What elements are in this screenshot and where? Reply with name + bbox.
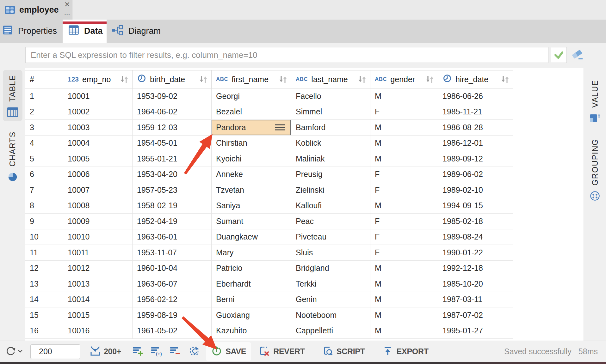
table-cell[interactable]: M bbox=[370, 151, 438, 167]
sort-icon[interactable] bbox=[425, 75, 435, 83]
table-cell[interactable]: 1985-02-18 bbox=[438, 214, 513, 229]
rail-tab-grouping[interactable]: GROUPING bbox=[585, 134, 605, 205]
tab-overflow-icon[interactable]: ... bbox=[64, 9, 70, 16]
revert-button[interactable]: REVERT bbox=[254, 342, 310, 361]
table-cell[interactable]: F bbox=[370, 167, 438, 183]
table-cell[interactable]: 10006 bbox=[63, 167, 133, 183]
tab-properties[interactable]: Properties bbox=[0, 20, 63, 43]
table-cell[interactable]: 1964-06-02 bbox=[133, 104, 212, 120]
column-header-emp-no[interactable]: 123 emp_no bbox=[63, 70, 133, 88]
table-cell[interactable]: M bbox=[370, 120, 438, 136]
table-cell[interactable]: Maliniak bbox=[291, 151, 370, 167]
export-button[interactable]: EXPORT bbox=[377, 342, 434, 361]
table-cell[interactable]: M bbox=[370, 292, 438, 308]
sort-icon[interactable] bbox=[278, 75, 288, 83]
table-cell[interactable]: 10013 bbox=[63, 276, 133, 292]
table-cell[interactable]: 1958-02-19 bbox=[133, 198, 212, 214]
table-cell[interactable]: 1986-12-01 bbox=[438, 136, 513, 151]
tab-diagram[interactable]: Diagram bbox=[107, 20, 178, 43]
rail-tab-table[interactable]: TABLE bbox=[3, 70, 22, 121]
close-tab-icon[interactable]: ✕ bbox=[64, 0, 70, 9]
table-cell[interactable]: 1987-07-02 bbox=[438, 307, 513, 323]
table-cell[interactable]: Saniya bbox=[212, 198, 291, 214]
table-cell[interactable]: M bbox=[370, 307, 438, 323]
table-cell[interactable]: 10009 bbox=[63, 214, 133, 229]
add-row-button[interactable] bbox=[132, 345, 144, 358]
table-cell[interactable]: 10003 bbox=[63, 120, 133, 136]
table-cell[interactable]: Cappelletti bbox=[291, 323, 370, 339]
save-button[interactable]: SAVE bbox=[206, 342, 251, 361]
table-cell[interactable]: M bbox=[370, 276, 438, 292]
clear-filter-button[interactable] bbox=[570, 48, 585, 62]
table-cell[interactable]: 1961-05-02 bbox=[133, 323, 212, 339]
table-cell[interactable]: 10005 bbox=[63, 151, 133, 167]
duplicate-row-button[interactable]: (+) bbox=[150, 345, 163, 358]
table-cell[interactable]: Pandora bbox=[212, 120, 291, 136]
table-cell[interactable]: Terkki bbox=[291, 276, 370, 292]
table-cell[interactable]: 10002 bbox=[63, 104, 133, 120]
table-cell[interactable]: 1986-08-28 bbox=[438, 120, 513, 136]
table-cell[interactable]: 1953-11-07 bbox=[133, 245, 212, 261]
table-cell[interactable]: 1953-04-20 bbox=[133, 167, 212, 183]
table-cell[interactable]: Simmel bbox=[291, 104, 370, 120]
table-cell[interactable]: 10004 bbox=[63, 136, 133, 151]
table-cell[interactable]: 10011 bbox=[63, 245, 133, 261]
table-cell[interactable]: Guoxiang bbox=[212, 307, 291, 323]
sort-icon[interactable] bbox=[120, 75, 129, 83]
table-cell[interactable]: 1986-06-26 bbox=[438, 88, 513, 104]
table-cell[interactable]: Georgi bbox=[212, 88, 291, 104]
fetch-more-button[interactable]: 200+ bbox=[89, 345, 121, 358]
column-header-birth-date[interactable]: birth_date bbox=[133, 70, 212, 88]
table-cell[interactable]: 1987-03-11 bbox=[438, 292, 513, 308]
sort-icon[interactable] bbox=[500, 75, 510, 83]
table-cell[interactable]: 1985-11-21 bbox=[438, 104, 513, 120]
table-cell[interactable]: Sumant bbox=[212, 214, 291, 229]
table-cell[interactable]: Bezalel bbox=[212, 104, 291, 120]
table-cell[interactable]: 1955-01-21 bbox=[133, 151, 212, 167]
table-cell[interactable]: M bbox=[370, 261, 438, 276]
table-cell[interactable]: F bbox=[370, 245, 438, 261]
apply-filter-button[interactable] bbox=[551, 47, 567, 63]
table-cell[interactable]: Chirstian bbox=[212, 136, 291, 151]
table-cell[interactable]: 1985-10-20 bbox=[438, 276, 513, 292]
table-cell[interactable]: Nooteboom bbox=[291, 307, 370, 323]
table-cell[interactable]: Sluis bbox=[291, 245, 370, 261]
table-cell[interactable]: Kyoichi bbox=[212, 151, 291, 167]
table-cell[interactable]: F bbox=[370, 214, 438, 229]
table-cell[interactable]: 1989-08-24 bbox=[438, 229, 513, 245]
table-cell[interactable]: Koblick bbox=[291, 136, 370, 151]
table-cell[interactable]: Kazuhito bbox=[212, 323, 291, 339]
table-cell[interactable]: Genin bbox=[291, 292, 370, 308]
table-cell[interactable]: M bbox=[370, 136, 438, 151]
table-cell[interactable]: 1956-02-12 bbox=[133, 292, 212, 308]
table-cell[interactable]: 1960-10-04 bbox=[133, 261, 212, 276]
table-cell[interactable]: M bbox=[370, 323, 438, 339]
table-cell[interactable]: F bbox=[370, 182, 438, 198]
table-cell[interactable]: 1989-06-02 bbox=[438, 167, 513, 183]
sort-icon[interactable] bbox=[357, 75, 367, 83]
table-cell[interactable]: Bridgland bbox=[291, 261, 370, 276]
table-cell[interactable]: 10016 bbox=[63, 323, 133, 339]
table-cell[interactable]: 10014 bbox=[63, 292, 133, 308]
column-header-hire-date[interactable]: hire_date bbox=[438, 70, 513, 88]
table-cell[interactable]: 1963-06-01 bbox=[133, 229, 212, 245]
table-cell[interactable]: Eberhardt bbox=[212, 276, 291, 292]
delete-row-button[interactable] bbox=[169, 345, 181, 358]
table-cell[interactable]: 1954-05-01 bbox=[133, 136, 212, 151]
table-cell[interactable]: 1959-12-03 bbox=[133, 120, 212, 136]
row-limit-input[interactable] bbox=[30, 344, 80, 359]
column-header-gender[interactable]: ABC gender bbox=[370, 70, 438, 88]
column-header-rownum[interactable]: # bbox=[25, 70, 63, 88]
table-cell[interactable]: 1957-05-23 bbox=[133, 182, 212, 198]
cell-menu-icon[interactable] bbox=[275, 124, 285, 130]
table-cell[interactable]: 1992-12-18 bbox=[438, 261, 513, 276]
sql-filter-input[interactable] bbox=[25, 47, 548, 63]
table-cell[interactable]: Bamford bbox=[291, 120, 370, 136]
table-cell[interactable]: M bbox=[370, 198, 438, 214]
table-cell[interactable]: 1959-08-19 bbox=[133, 307, 212, 323]
table-cell[interactable]: Berni bbox=[212, 292, 291, 308]
tab-data[interactable]: Data bbox=[63, 20, 107, 43]
table-cell[interactable]: 1989-09-12 bbox=[438, 151, 513, 167]
table-cell[interactable]: M bbox=[370, 88, 438, 104]
rail-tab-value[interactable]: VALUE bbox=[585, 75, 605, 127]
